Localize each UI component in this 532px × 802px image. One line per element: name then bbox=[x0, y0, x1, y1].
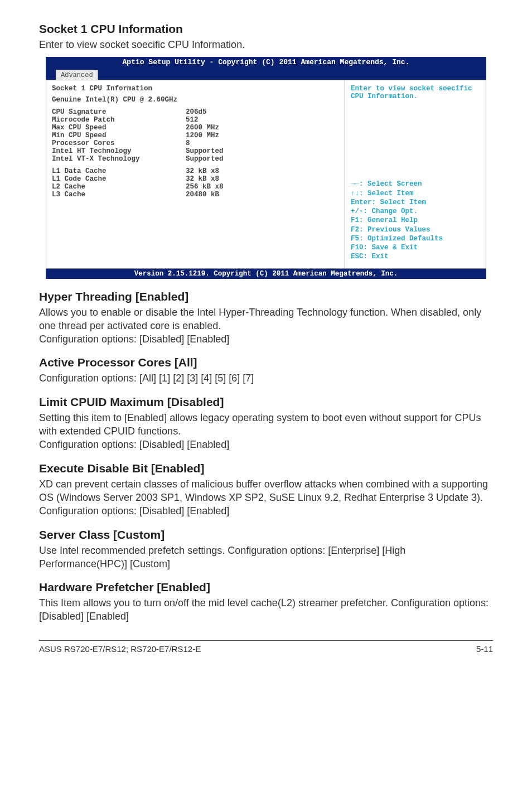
heading-hyper: Hyper Threading [Enabled] bbox=[39, 290, 493, 303]
bios-left-pane: Socket 1 CPU Information Genuine Intel(R… bbox=[46, 80, 345, 268]
heading-execute: Execute Disable Bit [Enabled] bbox=[39, 462, 493, 475]
row-label: L2 Cache bbox=[52, 183, 186, 191]
table-row: Microcode Patch 512 bbox=[52, 116, 339, 124]
desc-limit: Setting this item to [Enabled] allows le… bbox=[39, 411, 493, 452]
row-label: Microcode Patch bbox=[52, 116, 186, 124]
nav-item: →←: Select Screen bbox=[351, 180, 480, 189]
table-row: L2 Cache 256 kB x8 bbox=[52, 183, 339, 191]
row-value: 8 bbox=[186, 139, 339, 147]
desc-server: Use Intel recommended prefetch settings.… bbox=[39, 544, 493, 571]
nav-item: ↑↓: Select Item bbox=[351, 189, 480, 198]
row-value: Supported bbox=[186, 147, 339, 155]
bios-nav-legend: →←: Select Screen ↑↓: Select Item Enter:… bbox=[351, 180, 480, 261]
bios-tab-advanced[interactable]: Advanced bbox=[56, 70, 98, 80]
heading-server: Server Class [Custom] bbox=[39, 528, 493, 542]
row-label: L1 Code Cache bbox=[52, 175, 186, 183]
bios-right-pane: Enter to view socket soecific CPU Inform… bbox=[345, 80, 486, 268]
row-value: Supported bbox=[186, 155, 339, 163]
row-value: 1200 MHz bbox=[186, 132, 339, 139]
row-label: Processor Cores bbox=[52, 139, 186, 147]
footer-model: ASUS RS720-E7/RS12; RS720-E7/RS12-E bbox=[39, 644, 201, 654]
heading-active: Active Processor Cores [All] bbox=[39, 356, 493, 369]
row-value: 32 kB x8 bbox=[186, 175, 339, 183]
heading-hw: Hardware Prefetcher [Enabled] bbox=[39, 581, 493, 594]
footer-rule bbox=[39, 640, 493, 641]
row-value: 20480 kB bbox=[186, 191, 339, 199]
bios-header: Aptio Setup Utility - Copyright (C) 2011… bbox=[46, 57, 486, 67]
row-value: 206d5 bbox=[186, 108, 339, 116]
table-row: L3 Cache 20480 kB bbox=[52, 191, 339, 199]
nav-item: F10: Save & Exit bbox=[351, 243, 480, 252]
table-row: Processor Cores 8 bbox=[52, 139, 339, 147]
nav-item: Enter: Select Item bbox=[351, 198, 480, 207]
nav-item: F2: Previous Values bbox=[351, 225, 480, 234]
nav-item: +/-: Change Opt. bbox=[351, 207, 480, 216]
row-value: 2600 MHz bbox=[186, 124, 339, 132]
nav-item: ESC: Exit bbox=[351, 252, 480, 261]
bios-tab-row: Advanced bbox=[46, 67, 486, 80]
row-label: Intel VT-X Technology bbox=[52, 155, 186, 163]
table-row: Intel HT Technology Supported bbox=[52, 147, 339, 155]
bios-help-text: Enter to view socket soecific CPU Inform… bbox=[351, 85, 480, 180]
table-row: Min CPU Speed 1200 MHz bbox=[52, 132, 339, 139]
desc-active: Configuration options: [All] [1] [2] [3]… bbox=[39, 371, 493, 385]
row-label: Min CPU Speed bbox=[52, 132, 186, 139]
heading-socket1: Socket 1 CPU Information bbox=[39, 22, 493, 36]
desc-socket1: Enter to view socket soecific CPU Inform… bbox=[39, 38, 493, 51]
row-label: L1 Data Cache bbox=[52, 167, 186, 175]
nav-item: F1: General Help bbox=[351, 216, 480, 225]
footer-page: 5-11 bbox=[476, 644, 493, 654]
bios-left-title1: Socket 1 CPU Information bbox=[52, 85, 339, 93]
row-label: Intel HT Technology bbox=[52, 147, 186, 155]
row-label: CPU Signature bbox=[52, 108, 186, 116]
nav-item: F5: Optimized Defaults bbox=[351, 234, 480, 243]
table-row: Max CPU Speed 2600 MHz bbox=[52, 124, 339, 132]
heading-limit: Limit CPUID Maximum [Disabled] bbox=[39, 395, 493, 409]
bios-screenshot: Aptio Setup Utility - Copyright (C) 2011… bbox=[46, 57, 486, 278]
desc-hyper: Allows you to enable or disable the Inte… bbox=[39, 306, 493, 346]
desc-execute: XD can prevent certain classes of malici… bbox=[39, 477, 493, 518]
row-value: 32 kB x8 bbox=[186, 167, 339, 175]
row-value: 256 kB x8 bbox=[186, 183, 339, 191]
table-row: Intel VT-X Technology Supported bbox=[52, 155, 339, 163]
bios-footer: Version 2.15.1219. Copyright (C) 2011 Am… bbox=[46, 269, 486, 279]
desc-hw: This Item allows you to turn on/off the … bbox=[39, 596, 493, 624]
bios-left-title2: Genuine Intel(R) CPU @ 2.60GHz bbox=[52, 96, 339, 104]
row-label: Max CPU Speed bbox=[52, 124, 186, 132]
table-row: L1 Data Cache 32 kB x8 bbox=[52, 167, 339, 175]
row-value: 512 bbox=[186, 116, 339, 124]
table-row: L1 Code Cache 32 kB x8 bbox=[52, 175, 339, 183]
row-label: L3 Cache bbox=[52, 191, 186, 199]
table-row: CPU Signature 206d5 bbox=[52, 108, 339, 116]
